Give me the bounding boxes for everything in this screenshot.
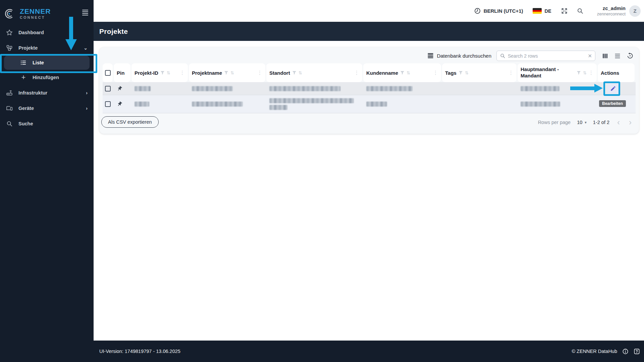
- filter-icon[interactable]: [459, 71, 463, 75]
- redacted-projekt-id: [135, 86, 151, 91]
- filter-icon[interactable]: [577, 71, 581, 75]
- top-header: BERLIN (UTC+1) DE zc_admin zennerconnect…: [94, 0, 644, 22]
- column-header-pin[interactable]: Pin: [114, 63, 130, 82]
- devices-icon: [6, 105, 13, 112]
- column-header-standort[interactable]: Standort ⇅ ⋮: [266, 63, 362, 82]
- column-header-projektname[interactable]: Projektname ⇅ ⋮: [189, 63, 265, 82]
- footer: UI-Version: 1749819797 - 13.06.2025 © ZE…: [0, 341, 644, 362]
- plus-icon: +: [20, 74, 27, 81]
- user-name: zc_admin: [597, 5, 626, 11]
- export-csv-button[interactable]: Als CSV exportieren: [101, 116, 159, 128]
- redacted-kundenname: [366, 102, 387, 107]
- sidebar-item-dashboard[interactable]: Dashboard: [0, 25, 94, 40]
- pagination: Rows per page 10 ▾ 1-2 of 2 ‹ ›: [538, 118, 633, 126]
- user-menu[interactable]: zc_admin zennerconnect: [597, 5, 626, 17]
- fullscreen-icon[interactable]: [561, 7, 568, 14]
- sidebar-item-label: Projekte: [18, 45, 38, 51]
- pagination-range: 1-2 of 2: [593, 120, 609, 125]
- info-icon[interactable]: [622, 348, 629, 355]
- column-header-projekt-id[interactable]: Projekt-ID ⇅ ⋮: [131, 63, 188, 82]
- column-header-kundenname[interactable]: Kundenname ⇅ ⋮: [363, 63, 441, 82]
- sidebar-item-hinzufuegen[interactable]: + Hinzufügen: [0, 70, 94, 85]
- list-icon: [20, 59, 27, 66]
- column-label: Projektname: [192, 70, 222, 76]
- edit-tooltip: Bearbeiten: [599, 100, 626, 107]
- main-content: Datenbank durchsuchen ✕: [94, 41, 644, 341]
- sidebar-item-infrastruktur[interactable]: Infrastruktur ›: [0, 85, 94, 101]
- table-row[interactable]: [103, 95, 636, 113]
- edit-button[interactable]: [607, 83, 619, 94]
- page-title: Projekte: [99, 27, 128, 36]
- sidebar-item-label: Geräte: [18, 106, 34, 111]
- database-search-button[interactable]: Datenbank durchsuchen: [427, 53, 491, 59]
- avatar[interactable]: Z: [629, 5, 641, 17]
- sort-icon[interactable]: ⇅: [583, 70, 587, 75]
- column-menu-icon[interactable]: ⋮: [589, 70, 594, 76]
- brand-subtitle: CONNECT: [20, 16, 51, 19]
- language-selector[interactable]: DE: [533, 8, 551, 14]
- clear-search-icon[interactable]: ✕: [588, 53, 592, 59]
- sort-icon[interactable]: ⇅: [167, 70, 170, 75]
- sidebar: ZENNER CONNECT Dashboard Projekt: [0, 0, 94, 362]
- columns-icon[interactable]: [602, 53, 608, 59]
- rows-per-page-select[interactable]: 10 ▾: [577, 120, 587, 125]
- sidebar-item-suche[interactable]: Suche: [0, 116, 94, 131]
- pin-icon[interactable]: [117, 86, 122, 92]
- filter-icon[interactable]: [292, 71, 297, 75]
- sidebar-item-projekte[interactable]: Projekte ⌄: [0, 40, 94, 56]
- brand-name: ZENNER: [20, 8, 51, 15]
- database-search-label: Datenbank durchsuchen: [437, 53, 491, 59]
- redacted-standort: [269, 105, 287, 110]
- sort-icon[interactable]: ⇅: [299, 70, 302, 75]
- annotation-arrow-down-head: [65, 39, 77, 50]
- annotation-arrow-right: [570, 86, 595, 90]
- column-menu-icon[interactable]: ⋮: [354, 70, 359, 76]
- hamburger-menu-icon[interactable]: [82, 10, 88, 16]
- sidebar-item-label: Hinzufügen: [33, 75, 59, 80]
- column-label: Standort: [269, 70, 290, 76]
- table-row[interactable]: [103, 82, 636, 95]
- sidebar-item-liste[interactable]: Liste: [4, 56, 90, 70]
- search-icon[interactable]: [577, 7, 584, 14]
- column-header-tags[interactable]: Tags ⇅ ⋮: [442, 63, 517, 82]
- sort-icon[interactable]: ⇅: [407, 70, 410, 75]
- column-menu-icon[interactable]: ⋮: [180, 70, 185, 76]
- filter-icon[interactable]: [224, 71, 228, 75]
- search-icon: [500, 53, 505, 59]
- restore-icon[interactable]: [627, 52, 634, 59]
- row-checkbox[interactable]: [105, 86, 111, 92]
- app-logo[interactable]: ZENNER CONNECT: [0, 0, 94, 21]
- column-header-actions: Actions: [598, 63, 635, 82]
- row-checkbox[interactable]: [105, 101, 111, 107]
- rows-per-page-label: Rows per page: [538, 120, 571, 125]
- column-header-hauptmandant[interactable]: Hauptmandant - Mandant ⇅ ⋮: [518, 63, 597, 82]
- timezone-selector[interactable]: BERLIN (UTC+1): [474, 7, 523, 14]
- sort-icon[interactable]: ⇅: [230, 70, 234, 75]
- search-input[interactable]: [508, 53, 585, 59]
- density-icon[interactable]: [614, 53, 621, 59]
- search-icon: [6, 120, 13, 127]
- column-menu-icon[interactable]: ⋮: [257, 70, 262, 76]
- sidebar-item-label: Dashboard: [18, 30, 44, 35]
- next-page-icon[interactable]: ›: [628, 118, 633, 126]
- column-label: Actions: [601, 70, 619, 76]
- redacted-projektname: [192, 86, 233, 91]
- router-icon: [6, 89, 13, 96]
- redacted-projekt-id: [135, 102, 149, 107]
- chevron-down-icon: ⌄: [84, 45, 88, 51]
- column-label: Hauptmandant - Mandant: [521, 66, 563, 79]
- redacted-hauptmandant: [521, 86, 559, 91]
- filter-icon[interactable]: [160, 71, 165, 75]
- filter-icon[interactable]: [400, 71, 405, 75]
- previous-page-icon[interactable]: ‹: [616, 118, 621, 126]
- sort-icon[interactable]: ⇅: [465, 70, 469, 75]
- annotation-arrow-right-head: [594, 84, 603, 93]
- column-menu-icon[interactable]: ⋮: [433, 70, 438, 76]
- select-all-checkbox[interactable]: [105, 70, 111, 76]
- column-menu-icon[interactable]: ⋮: [508, 70, 514, 76]
- sidebar-item-geraete[interactable]: Geräte ›: [0, 101, 94, 116]
- timezone-label: BERLIN (UTC+1): [484, 8, 523, 14]
- help-icon[interactable]: [634, 348, 640, 355]
- pin-icon[interactable]: [117, 101, 122, 107]
- redacted-projektname: [192, 102, 243, 107]
